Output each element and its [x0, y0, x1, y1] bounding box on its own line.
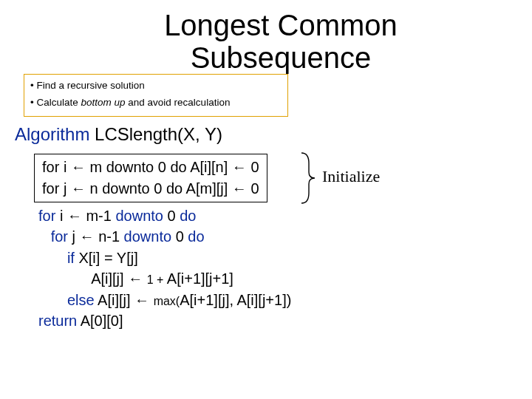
brace-icon: [299, 151, 316, 205]
slide: Longest Common Subsequence • Find a recu…: [0, 0, 532, 399]
bullet-1-text: • Find a recursive solution: [30, 80, 145, 91]
txt: 0: [150, 180, 166, 197]
kw-downto: downto: [106, 159, 154, 175]
txt: A[i][j] ←: [91, 270, 147, 287]
txt: A[i][j] ←: [95, 292, 154, 308]
algorithm-keyword: Algorithm: [15, 124, 89, 144]
kw-else: else: [67, 292, 95, 308]
txt-sm: max(: [154, 295, 180, 307]
kw-do: do: [180, 208, 196, 224]
txt: A[0][0]: [77, 313, 123, 329]
txt-sm: 1 +: [147, 273, 167, 286]
txt: A[i][n] ← 0: [187, 159, 259, 175]
txt: A[i+1][j+1]: [167, 270, 233, 287]
kw-for: for: [51, 228, 68, 245]
txt: i ← m-1: [55, 208, 115, 224]
init-line-2: for j ← n downto 0 do A[m][j] ← 0: [42, 178, 259, 200]
slide-title: Longest Common Subsequence: [126, 9, 436, 74]
init-line-1: for i ← m downto 0 do A[i][n] ← 0: [42, 157, 259, 178]
txt: j ← n-1: [68, 228, 124, 245]
kw-for: for: [42, 159, 59, 175]
algorithm-signature: Algorithm LCSlength(X, Y): [15, 124, 222, 145]
algorithm-name: LCSlength(X, Y): [89, 124, 222, 144]
bullet-box: • Find a recursive solution • Calculate …: [24, 74, 288, 117]
txt: A[m][j] ← 0: [183, 180, 259, 197]
bullet-1: • Find a recursive solution: [30, 78, 282, 95]
txt: j ← n: [59, 180, 102, 197]
txt: X[i] = Y[j]: [75, 250, 138, 266]
kw-for: for: [42, 180, 59, 197]
bullet-2-em: bottom up: [81, 97, 126, 108]
kw-if: if: [67, 250, 75, 266]
title-line-1: Longest Common: [164, 9, 398, 41]
kw-downto: downto: [124, 228, 172, 245]
txt: 0: [163, 208, 180, 224]
init-box: for i ← m downto 0 do A[i][n] ← 0 for j …: [34, 154, 267, 202]
txt: 0: [154, 159, 170, 175]
kw-for: for: [38, 208, 55, 224]
txt: A[i+1][j], A[i][j+1]): [180, 292, 291, 308]
kw-do: do: [166, 180, 183, 197]
code-block: for i ← m-1 downto 0 do for j ← n-1 down…: [38, 205, 291, 331]
txt: 0: [171, 228, 188, 245]
bullet-2-prefix: • Calculate: [30, 97, 81, 108]
kw-downto: downto: [102, 180, 150, 197]
kw-do: do: [188, 228, 204, 245]
initialize-label: Initialize: [322, 167, 380, 186]
title-line-2: Subsequence: [191, 41, 372, 74]
kw-do: do: [170, 159, 186, 175]
txt: i ← m: [59, 159, 106, 175]
bullet-2-suffix: and avoid recalculation: [126, 97, 231, 108]
bullet-2: • Calculate bottom up and avoid recalcul…: [30, 95, 282, 112]
kw-return: return: [38, 313, 77, 329]
kw-downto: downto: [115, 208, 163, 224]
